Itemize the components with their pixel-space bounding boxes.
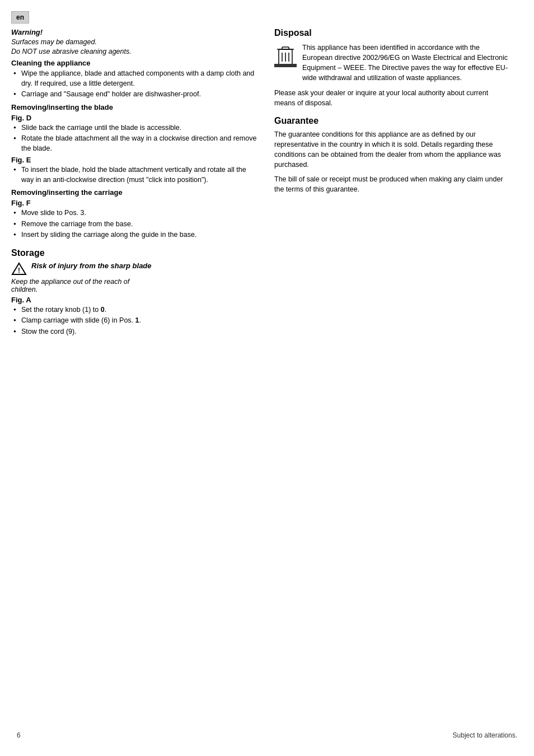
warning-title: Warning! — [11, 28, 257, 36]
right-column: Disposal This appliance has been identif… — [274, 28, 509, 339]
fig-d-list: Slide back the carriage until the blade … — [11, 123, 257, 154]
svg-rect-4 — [282, 47, 289, 49]
svg-rect-9 — [274, 64, 297, 67]
fig-a-label: Fig. A — [11, 296, 257, 304]
fig-f-label: Fig. F — [11, 199, 257, 207]
fig-e-bullet-1: To insert the blade, hold the blade atta… — [11, 165, 257, 185]
lang-label: en — [16, 13, 24, 21]
cleaning-heading: Cleaning the appliance — [11, 59, 257, 67]
fig-d-bullet-2: Rotate the blade attachment all the way … — [11, 134, 257, 153]
content-wrapper: Warning! Surfaces may be damaged. Do NOT… — [11, 28, 523, 339]
warning-line-1: Surfaces may be damaged. — [11, 38, 257, 46]
guarantee-p1: The guarantee conditions for this applia… — [274, 129, 509, 170]
warning-line-2: Do NOT use abrasive cleaning agents. — [11, 48, 257, 55]
fig-e-label: Fig. E — [11, 156, 257, 164]
fig-a-bullet-1: Set the rotary knob (1) to 0. — [11, 305, 257, 315]
weee-icon — [274, 43, 297, 67]
left-column: Warning! Surfaces may be damaged. Do NOT… — [11, 28, 257, 339]
guarantee-p2: The bill of sale or receipt must be prod… — [274, 174, 509, 194]
fig-a-bullet-3: Stow the cord (9). — [11, 327, 257, 337]
fig-d-bullet-1: Slide back the carriage until the blade … — [11, 123, 257, 133]
lang-bar: en — [11, 11, 29, 24]
storage-title: Storage — [11, 248, 257, 258]
storage-warning-sub1: Keep the appliance out of the reach of c… — [11, 278, 257, 293]
disposal-header: This appliance has been identified in ac… — [274, 43, 509, 83]
fig-d-label: Fig. D — [11, 114, 257, 122]
footer-subject: Subject to alterations. — [453, 731, 517, 739]
storage-warning-label: Risk of injury from the sharp blade — [31, 262, 152, 270]
storage-warning-box: ! Risk of injury from the sharp blade — [11, 262, 257, 276]
page: en Warning! Surfaces may be damaged. Do … — [0, 0, 534, 756]
warning-triangle-icon: ! — [11, 262, 27, 276]
disposal-footer: Please ask your dealer or inquire at you… — [274, 88, 509, 108]
fig-f-bullet-3: Insert by sliding the carriage along the… — [11, 230, 257, 240]
fig-f-bullet-2: Remove the carriage from the base. — [11, 220, 257, 230]
fig-f-list: Move slide to Pos. 3. Remove the carriag… — [11, 208, 257, 240]
removing-blade-heading: Removing/inserting the blade — [11, 103, 257, 111]
guarantee-title: Guarantee — [274, 116, 509, 126]
cleaning-list: Wipe the appliance, blade and attached c… — [11, 69, 257, 100]
cleaning-bullet-2: Carriage and "Sausage end" holder are di… — [11, 90, 257, 100]
cleaning-bullet-1: Wipe the appliance, blade and attached c… — [11, 69, 257, 88]
svg-text:!: ! — [18, 267, 20, 274]
page-number: 6 — [17, 731, 21, 739]
disposal-title: Disposal — [274, 28, 509, 38]
fig-f-bullet-1: Move slide to Pos. 3. — [11, 208, 257, 218]
fig-a-list: Set the rotary knob (1) to 0. Clamp carr… — [11, 305, 257, 337]
disposal-header-text: This appliance has been identified in ac… — [302, 43, 509, 83]
removing-carriage-heading: Removing/inserting the carriage — [11, 188, 257, 197]
fig-e-list: To insert the blade, hold the blade atta… — [11, 165, 257, 185]
fig-a-bullet-2: Clamp carriage with slide (6) in Pos. 1. — [11, 316, 257, 326]
